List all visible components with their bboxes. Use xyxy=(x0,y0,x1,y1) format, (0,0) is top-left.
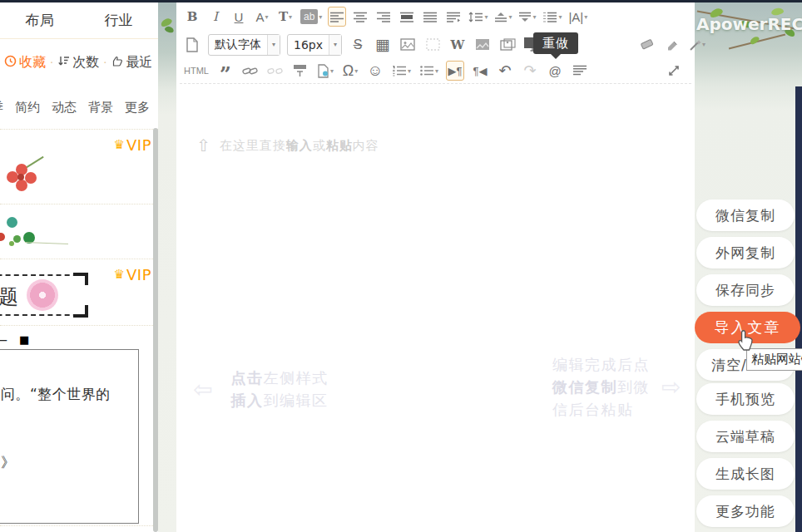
ordered-list-dropdown[interactable]: ▾ xyxy=(391,61,412,81)
dash-square-heading: — ■ xyxy=(0,331,29,347)
category-season[interactable]: 季 xyxy=(0,100,3,116)
action-sidebar: ApowerREC 微信复制 外网复制 保存同步 导入文章 清空/ 手机预览 云… xyxy=(695,2,802,532)
editor-area[interactable]: B I U A▾ T▾ ab▾ ▾ ▾ ▾ ▾ |A|▾ 默认字体 ▾ xyxy=(176,2,695,532)
fullscreen-icon[interactable] xyxy=(665,61,683,81)
tab-layout[interactable]: 布局 xyxy=(0,11,79,30)
cloud-draft-button[interactable]: 云端草稿 xyxy=(696,421,795,452)
insert-block-button[interactable] xyxy=(398,7,416,27)
align-justify-button[interactable] xyxy=(421,7,439,27)
save-sync-button[interactable]: 保存同步 xyxy=(696,274,795,306)
thumb-up-icon xyxy=(111,55,123,71)
eraser-icon[interactable] xyxy=(638,35,656,55)
window-top-edge xyxy=(0,0,802,2)
unlink-icon[interactable] xyxy=(266,61,285,81)
long-image-button[interactable]: 生成长图 xyxy=(696,458,795,490)
filter-recent[interactable]: 最近 xyxy=(111,54,152,71)
filter-usage-count[interactable]: 次数 xyxy=(57,54,99,71)
indent-dropdown[interactable]: ▾ xyxy=(542,7,562,27)
arrow-left-icon: ⇦ xyxy=(193,376,212,403)
sidebar-scrollbar[interactable] xyxy=(153,128,158,532)
bold-button[interactable]: B xyxy=(183,7,201,27)
underline-button[interactable]: U xyxy=(230,7,248,27)
quote-preview-box: 问。“整个世界的 》 xyxy=(0,349,139,524)
link-icon[interactable] xyxy=(241,61,260,81)
dot-separator: · xyxy=(103,57,106,69)
table-icon[interactable]: ▦ xyxy=(374,35,392,55)
crown-icon: ♛ xyxy=(114,139,125,151)
font-family-value: 默认字体 xyxy=(209,37,267,52)
title-frame-graphic: 题 xyxy=(0,274,87,316)
arrow-up-icon: ⇧ xyxy=(196,135,211,155)
chevron-down-icon: ▾ xyxy=(330,67,334,75)
category-simple[interactable]: 简约 xyxy=(15,100,40,116)
align-right-button[interactable] xyxy=(374,7,393,27)
gallery-icon[interactable] xyxy=(498,35,517,55)
filter-favorites[interactable]: 收藏 xyxy=(4,54,46,71)
sidebar-tabs: 布局 行业 xyxy=(0,2,158,39)
external-copy-button[interactable]: 外网复制 xyxy=(696,237,795,268)
tab-industry[interactable]: 行业 xyxy=(79,11,158,30)
outdent-paragraph-button[interactable]: ¶◀ xyxy=(471,61,489,81)
space-after-dropdown[interactable]: ▾ xyxy=(517,7,537,27)
chevron-down-icon: ▾ xyxy=(532,13,536,21)
placeholder-text: 在这里直接输入或粘贴内容 xyxy=(220,138,379,154)
style-item-plants[interactable] xyxy=(0,204,158,259)
undo-button[interactable]: ↶ xyxy=(496,61,514,81)
editor-placeholder: ⇧ 在这里直接输入或粘贴内容 xyxy=(196,135,379,155)
redo-button[interactable]: ↷ xyxy=(521,61,539,81)
align-left-button[interactable] xyxy=(328,7,346,27)
font-size-a-dropdown[interactable]: A▾ xyxy=(253,7,271,27)
letter-spacing-dropdown[interactable]: |A|▾ xyxy=(567,7,588,27)
emoji-button[interactable]: ☺ xyxy=(366,61,384,81)
wechat-copy-button[interactable]: 微信复制 xyxy=(696,200,795,231)
font-color-dropdown[interactable]: T▾ xyxy=(276,7,295,27)
style-item-quote-preview[interactable]: — ■ 问。“整个世界的 》 xyxy=(0,325,158,526)
html-source-button[interactable]: HTML xyxy=(183,61,210,81)
italic-button[interactable]: I xyxy=(206,7,225,27)
style-item-flower[interactable]: ♛ VIP xyxy=(0,129,158,204)
page-color-dropdown[interactable]: ▾ xyxy=(316,61,334,81)
strikethrough-button[interactable]: S xyxy=(349,35,367,55)
text-card-icon[interactable] xyxy=(291,61,309,81)
bullet-list-dropdown[interactable]: ▾ xyxy=(418,61,439,81)
background-gap xyxy=(158,2,176,532)
highlight-color-dropdown[interactable]: ab▾ xyxy=(300,7,323,27)
category-dynamic[interactable]: 动态 xyxy=(52,100,77,116)
filter-usage-count-label: 次数 xyxy=(72,54,99,71)
align-center-button[interactable] xyxy=(351,7,369,27)
toolbar-row-2: 默认字体 ▾ 16px ▾ S ▦ W ▾ xyxy=(176,31,695,58)
word-import-icon[interactable]: W xyxy=(448,35,467,55)
category-more[interactable]: 更多 xyxy=(125,100,150,116)
wrap-text-button[interactable] xyxy=(444,7,463,27)
line-height-dropdown[interactable]: ▾ xyxy=(468,7,488,27)
category-background[interactable]: 背景 xyxy=(88,100,113,116)
chevron-down-icon: ▾ xyxy=(435,67,438,75)
phone-preview-button[interactable]: 手机预览 xyxy=(696,383,795,415)
screenshot-icon[interactable] xyxy=(423,35,442,55)
font-size-select[interactable]: 16px ▾ xyxy=(287,34,342,56)
blockquote-button[interactable]: ” xyxy=(216,61,235,81)
format-brush-icon[interactable] xyxy=(663,35,681,55)
special-char-dropdown[interactable]: Ω▾ xyxy=(341,61,359,81)
font-size-value: 16px xyxy=(288,38,329,52)
at-search-button[interactable]: @ xyxy=(546,61,564,81)
vip-badge: ♛ VIP xyxy=(114,136,151,154)
square-glyph: ■ xyxy=(19,333,29,346)
font-family-select[interactable]: 默认字体 ▾ xyxy=(208,34,280,56)
magic-wand-dropdown[interactable]: ▾ xyxy=(688,35,706,55)
preview-quote-close: 》 xyxy=(1,453,15,472)
image-icon[interactable] xyxy=(399,35,417,55)
style-item-title-frame[interactable]: ♛ VIP 题 xyxy=(0,259,158,325)
filter-favorites-label: 收藏 xyxy=(19,54,46,71)
app-window: 布局 行业 收藏 · 次数 · 最近 季 简约 动态 背景 更多 xyxy=(0,0,802,532)
clear-format-icon[interactable] xyxy=(571,61,589,81)
more-features-button[interactable]: 更多功能 xyxy=(696,495,795,527)
arrow-right-icon: ⇨ xyxy=(661,373,681,401)
space-before-dropdown[interactable]: ▾ xyxy=(493,7,512,27)
plants-graphic xyxy=(0,216,75,248)
image-upload-icon[interactable] xyxy=(473,35,492,55)
chevron-down-icon: ▾ xyxy=(265,13,269,21)
indent-paragraph-button[interactable]: ▶¶ xyxy=(446,61,464,81)
new-document-icon[interactable] xyxy=(183,35,201,55)
vip-label: VIP xyxy=(126,136,151,154)
